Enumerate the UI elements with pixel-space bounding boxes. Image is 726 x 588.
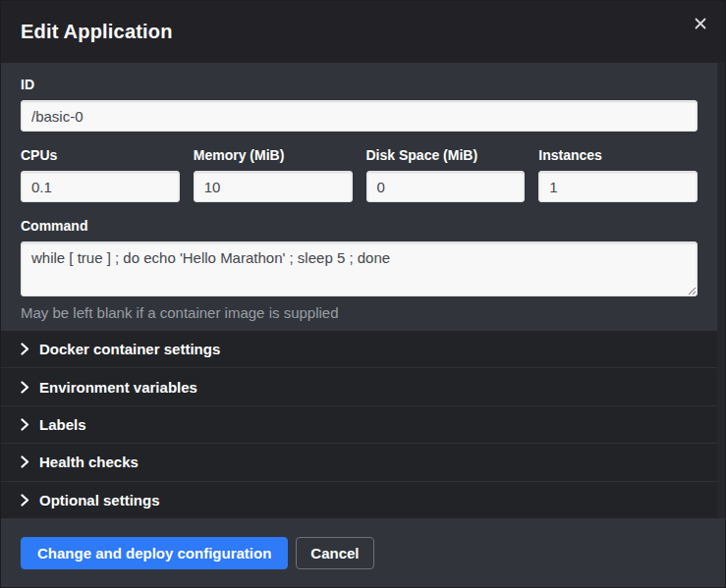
command-help-text: May be left blank if a container image i… (21, 304, 698, 322)
instances-input[interactable] (538, 171, 698, 202)
section-labels[interactable]: Labels (1, 405, 717, 443)
memory-label: Memory (MiB) (194, 147, 353, 164)
close-icon[interactable] (691, 14, 710, 33)
modal-title: Edit Application (21, 21, 173, 43)
disk-field-group: Disk Space (MiB) (366, 147, 526, 202)
id-label: ID (21, 77, 698, 93)
change-and-deploy-button[interactable]: Change and deploy configuration (21, 537, 288, 569)
chevron-right-icon (21, 381, 29, 394)
memory-input[interactable] (194, 171, 353, 202)
cpus-input[interactable] (21, 171, 180, 202)
id-field-group: ID (21, 77, 698, 132)
instances-label: Instances (538, 147, 698, 164)
section-docker-container-settings[interactable]: Docker container settings (1, 331, 717, 367)
chevron-right-icon (21, 494, 29, 507)
chevron-right-icon (21, 455, 29, 468)
cpus-field-group: CPUs (21, 147, 180, 202)
collapsible-sections: Docker container settings Environment va… (1, 331, 717, 518)
disk-label: Disk Space (MiB) (366, 147, 526, 164)
section-health-checks[interactable]: Health checks (1, 443, 717, 480)
edit-application-modal: Edit Application ID CPUs Memory (MiB) (0, 0, 726, 588)
section-optional-settings[interactable]: Optional settings (1, 481, 717, 518)
command-textarea[interactable]: while [ true ] ; do echo 'Hello Marathon… (21, 241, 698, 296)
chevron-right-icon (21, 418, 29, 431)
command-label: Command (21, 218, 698, 235)
section-label: Health checks (39, 454, 139, 470)
chevron-right-icon (21, 343, 29, 355)
section-label: Optional settings (39, 492, 160, 508)
command-field-group: Command while [ true ] ; do echo 'Hello … (21, 218, 698, 322)
modal-header: Edit Application (1, 1, 725, 63)
memory-field-group: Memory (MiB) (194, 147, 353, 202)
cancel-button[interactable]: Cancel (296, 537, 373, 569)
section-environment-variables[interactable]: Environment variables (1, 367, 717, 404)
resources-row: CPUs Memory (MiB) Disk Space (MiB) Insta… (21, 147, 698, 202)
section-label: Labels (39, 416, 86, 433)
section-label: Docker container settings (39, 341, 220, 357)
modal-footer: Change and deploy configuration Cancel (1, 518, 725, 587)
id-input[interactable] (21, 100, 698, 132)
cpus-label: CPUs (21, 147, 180, 164)
section-label: Environment variables (39, 379, 197, 396)
modal-body: ID CPUs Memory (MiB) Disk Space (MiB) In (1, 63, 725, 518)
application-form: ID CPUs Memory (MiB) Disk Space (MiB) In (1, 63, 717, 331)
close-x-glyph (695, 18, 706, 29)
disk-input[interactable] (366, 171, 526, 202)
instances-field-group: Instances (538, 147, 698, 202)
